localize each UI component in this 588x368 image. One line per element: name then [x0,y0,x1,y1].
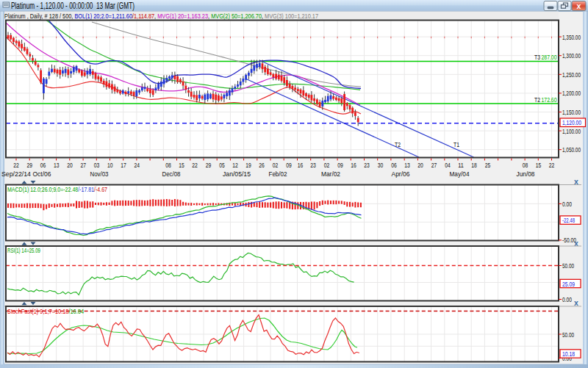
svg-text:12: 12 [232,161,238,169]
svg-text:16: 16 [351,161,356,169]
svg-text:50.00: 50.00 [562,331,574,339]
svg-text:Jan/05/15: Jan/05/15 [223,170,251,178]
svg-text:22: 22 [549,161,555,169]
svg-text:Feb/02: Feb/02 [269,170,287,178]
svg-text:x: x [574,298,578,307]
svg-text:May/04: May/04 [450,170,470,178]
svg-text:30: 30 [378,161,384,169]
svg-text:23: 23 [364,161,370,169]
svg-text:287.00: 287.00 [542,53,557,61]
svg-text:25: 25 [485,161,491,169]
svg-text:1,350.00: 1,350.00 [562,33,581,41]
svg-text:13: 13 [54,161,60,169]
svg-text:1,150.00: 1,150.00 [562,108,581,116]
svg-text:T2: T2 [534,95,540,104]
svg-text:1,120.00: 1,120.00 [562,118,581,126]
svg-text:11: 11 [458,161,464,169]
svg-text:T3: T3 [534,53,540,61]
svg-text:20: 20 [417,161,423,169]
svg-text:RSI(1) 14=25.09: RSI(1) 14=25.09 [7,246,40,254]
svg-text:22: 22 [13,161,19,169]
svg-text:13: 13 [404,161,410,169]
svg-text:15: 15 [536,161,542,169]
svg-text:1,250.00: 1,250.00 [562,71,581,79]
svg-text:02: 02 [324,161,330,169]
svg-text:08: 08 [523,161,528,169]
svg-text:1,050.00: 1,050.00 [562,145,581,154]
svg-text:-50.00: -50.00 [562,236,576,244]
svg-text:50.00: 50.00 [562,261,574,270]
svg-text:Sep/22/14: Sep/22/14 [1,170,31,178]
svg-text:02: 02 [273,161,279,169]
svg-text:T2: T2 [395,140,401,148]
svg-text:Platinum , Daily, # 128 / 500,: Platinum , Daily, # 128 / 500, BOL(1) 20… [4,12,318,20]
svg-text:0.00: 0.00 [562,200,572,208]
svg-text:23: 23 [310,161,316,169]
svg-text:-22.48: -22.48 [562,216,575,224]
svg-text:08: 08 [165,161,171,169]
svg-text:172.60: 172.60 [542,95,557,104]
svg-text:1,100.00: 1,100.00 [562,127,581,135]
svg-text:Apr/06: Apr/06 [392,170,410,178]
svg-text:Dec/08: Dec/08 [162,170,181,178]
svg-text:Nov/03: Nov/03 [90,170,109,178]
svg-text:09: 09 [286,161,292,169]
svg-text:29: 29 [26,161,32,169]
svg-text:06: 06 [40,161,46,169]
svg-text:StochFast(1) 9;1;7=10.18/16.84: StochFast(1) 9;1;7=10.18/16.84 [7,307,84,315]
svg-text:MACD(1) 12.0;26.0;9.0=-22.48/-: MACD(1) 12.0;26.0;9.0=-22.48/-17.81/-4.6… [7,185,107,193]
svg-text:05: 05 [219,161,225,169]
svg-text:29: 29 [206,161,212,169]
svg-text:18: 18 [471,161,477,169]
svg-text:10.18: 10.18 [562,350,575,358]
svg-text:15: 15 [179,161,184,169]
svg-text:17: 17 [121,161,126,169]
svg-text:1,200.00: 1,200.00 [562,89,581,97]
svg-text:03: 03 [94,161,100,169]
svg-text:25.09: 25.09 [562,280,575,288]
svg-text:27: 27 [431,161,437,169]
svg-text:Oct/06: Oct/06 [33,170,51,178]
svg-text:20: 20 [67,161,73,169]
svg-text:x: x [577,1,581,10]
svg-text:06: 06 [391,161,397,169]
svg-text:Mar/02: Mar/02 [321,170,340,178]
svg-text:1,300.00: 1,300.00 [562,51,581,59]
svg-text:22: 22 [192,161,198,169]
svg-text:04: 04 [445,161,451,169]
svg-text:Jun/08: Jun/08 [517,170,535,178]
svg-text:0.00: 0.00 [562,295,572,303]
svg-text:26: 26 [259,161,265,169]
svg-text:27: 27 [80,161,86,169]
svg-text:09: 09 [337,161,343,169]
svg-text:Platinum - 1,120.00 - 00:00:00: Platinum - 1,120.00 - 00:00:00 13 Mar (G… [11,1,135,11]
svg-text:T1: T1 [453,140,459,148]
svg-text:10: 10 [107,161,113,169]
svg-text:24: 24 [134,161,140,169]
svg-text:19: 19 [245,161,251,169]
svg-text:16: 16 [298,161,304,169]
